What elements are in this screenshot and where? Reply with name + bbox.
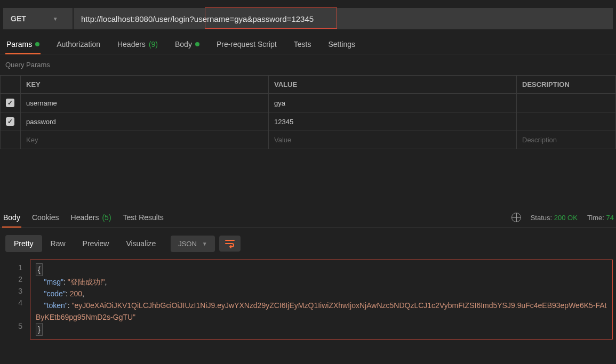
chevron-down-icon: ▼ — [53, 16, 58, 22]
tab-prerequest[interactable]: Pre-request Script — [215, 35, 278, 54]
line-gutter: 12345 — [3, 260, 30, 339]
view-preview[interactable]: Preview — [74, 235, 118, 252]
param-desc-cell[interactable] — [517, 94, 616, 112]
col-description: DESCRIPTION — [517, 76, 616, 94]
param-key-cell[interactable]: username — [21, 94, 269, 112]
chevron-down-icon: ▼ — [202, 241, 207, 247]
time-label: Time: — [587, 214, 604, 222]
status-label: Status: — [531, 214, 552, 222]
col-key: KEY — [21, 76, 269, 94]
view-visualize[interactable]: Visualize — [117, 235, 164, 252]
param-desc-cell[interactable] — [517, 112, 616, 131]
json-content[interactable]: { "msg": "登陆成功!", "code": 200, "token": … — [30, 260, 613, 339]
wrap-lines-button[interactable] — [219, 236, 241, 252]
param-value-cell[interactable]: gya — [269, 94, 517, 112]
tab-response-headers[interactable]: Headers (5) — [70, 208, 113, 227]
tab-response-testresults[interactable]: Test Results — [122, 208, 165, 227]
query-params-label: Query Params — [0, 54, 616, 75]
view-pretty[interactable]: Pretty — [5, 235, 42, 252]
table-row: ✓ password 12345 — [1, 112, 616, 131]
param-desc-input[interactable]: Description — [517, 131, 616, 149]
response-body: 12345 { "msg": "登陆成功!", "code": 200, "to… — [0, 260, 616, 339]
tab-body[interactable]: Body — [174, 35, 201, 54]
response-tabs: Body Cookies Headers (5) Test Results — [2, 208, 165, 227]
tab-params[interactable]: Params — [5, 35, 41, 54]
params-table: KEY VALUE DESCRIPTION ✓ username gya ✓ p… — [0, 75, 616, 149]
col-value: VALUE — [269, 76, 517, 94]
response-view-toolbar: Pretty Raw Preview Visualize JSON▼ — [0, 228, 616, 260]
globe-icon[interactable] — [511, 213, 521, 222]
request-tabs: Params Authorization Headers (9) Body Pr… — [0, 35, 616, 54]
param-value-cell[interactable]: 12345 — [269, 112, 517, 131]
tab-settings[interactable]: Settings — [327, 35, 356, 54]
table-row: Key Value Description — [1, 131, 616, 149]
status-value: 200 OK — [554, 214, 578, 222]
tab-tests[interactable]: Tests — [293, 35, 313, 54]
tab-response-body[interactable]: Body — [2, 208, 21, 227]
wrap-icon — [225, 239, 235, 248]
param-checkbox[interactable]: ✓ — [6, 117, 14, 126]
param-key-input[interactable]: Key — [21, 131, 269, 149]
format-select[interactable]: JSON▼ — [171, 236, 215, 252]
dot-icon — [35, 42, 39, 46]
dot-icon — [195, 42, 199, 46]
param-key-cell[interactable]: password — [21, 112, 269, 131]
tab-headers[interactable]: Headers (9) — [116, 35, 159, 54]
view-raw[interactable]: Raw — [42, 235, 74, 252]
time-value: 74 — [606, 214, 614, 222]
tab-authorization[interactable]: Authorization — [55, 35, 101, 54]
tab-response-cookies[interactable]: Cookies — [31, 208, 60, 227]
http-method-select[interactable]: GET ▼ — [3, 8, 73, 29]
http-method-label: GET — [11, 14, 26, 23]
url-input[interactable] — [74, 8, 613, 29]
param-checkbox[interactable]: ✓ — [6, 99, 14, 107]
table-row: ✓ username gya — [1, 94, 616, 112]
param-value-input[interactable]: Value — [269, 131, 517, 149]
